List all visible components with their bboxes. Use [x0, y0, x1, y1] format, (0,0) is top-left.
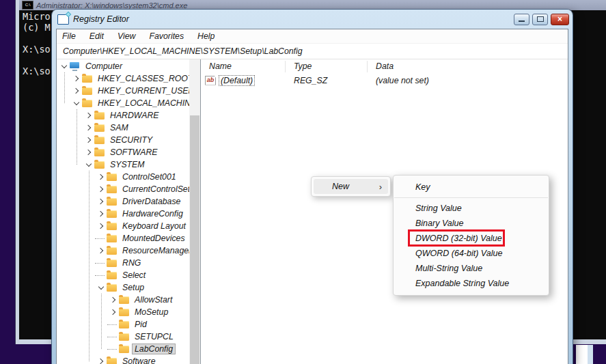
submenu-item-expandable-string-value[interactable]: Expandable String Value	[394, 276, 549, 291]
tree-item-SOFTWARE[interactable]: SOFTWARE	[57, 146, 189, 158]
tree-item-HKEY_CURRENT_USER[interactable]: HKEY_CURRENT_USER	[57, 85, 189, 97]
tree-item-HARDWARE[interactable]: HARDWARE	[57, 109, 189, 122]
folder-icon	[107, 272, 117, 279]
menu-view[interactable]: View	[113, 31, 139, 41]
tree-item-HKEY_LOCAL_MACHINE[interactable]: HKEY_LOCAL_MACHINE	[57, 97, 189, 109]
menu-favorites[interactable]: Favorites	[145, 31, 188, 41]
chevron-right-icon[interactable]	[84, 123, 94, 132]
tree-label: SETUPCL	[133, 332, 176, 341]
tree-item-Computer[interactable]: Computer	[57, 60, 189, 72]
chevron-right-icon[interactable]	[84, 111, 94, 120]
folder-icon	[119, 321, 129, 328]
submenu-item-binary-value[interactable]: Binary Value	[394, 216, 549, 231]
registry-icon	[57, 14, 69, 25]
submenu-item-qword-64-bit-value[interactable]: QWORD (64-bit) Value	[394, 246, 549, 261]
tree-label: MoSetup	[133, 307, 170, 317]
folder-icon	[107, 210, 117, 218]
address-bar[interactable]: Computer\HKEY_LOCAL_MACHINE\SYSTEM\Setup…	[57, 43, 568, 59]
submenu-item-multi-string-value[interactable]: Multi-String Value	[394, 261, 549, 276]
chevron-down-icon[interactable]	[96, 283, 106, 292]
chevron-right-icon[interactable]	[72, 86, 81, 96]
tree-item-SYSTEM[interactable]: SYSTEM	[57, 158, 189, 171]
chevron-right-icon[interactable]	[72, 74, 81, 83]
tree-item-CurrentControlSet[interactable]: CurrentControlSet	[57, 183, 189, 195]
column-header-data[interactable]: Data	[368, 61, 568, 72]
tree-label: LabConfig	[133, 344, 175, 354]
tree-item-MountedDevices[interactable]: MountedDevices	[57, 232, 189, 244]
tree-connector	[109, 344, 118, 354]
folder-icon	[107, 198, 117, 206]
chevron-right-icon[interactable]	[96, 356, 106, 364]
registry-titlebar[interactable]: Registry Editor ×	[52, 10, 573, 29]
tree-label: Select	[120, 270, 148, 280]
menu-help[interactable]: Help	[193, 31, 219, 41]
folder-icon	[94, 161, 105, 169]
chevron-right-icon[interactable]	[96, 197, 106, 206]
chevron-right-icon[interactable]	[84, 148, 94, 157]
submenu-item-string-value[interactable]: String Value	[394, 201, 549, 216]
list-header: NameTypeData	[201, 59, 568, 74]
tree-label: HKEY_CLASSES_ROOT	[96, 74, 189, 83]
value-row[interactable]: ab(Default)REG_SZ(value not set)	[201, 74, 568, 87]
tree-label: Pid	[133, 320, 149, 329]
tree-connector	[96, 234, 106, 243]
folder-icon	[107, 235, 117, 242]
tree-item-Setup[interactable]: Setup	[57, 281, 189, 294]
tree-item-HardwareConfig[interactable]: HardwareConfig	[57, 208, 189, 220]
minimize-button[interactable]	[514, 14, 529, 25]
tree-item-HKEY_CLASSES_ROOT[interactable]: HKEY_CLASSES_ROOT	[57, 72, 189, 85]
chevron-right-icon[interactable]	[96, 172, 106, 182]
chevron-right-icon[interactable]	[96, 221, 106, 231]
maximize-button[interactable]	[532, 14, 548, 25]
tree-item-AllowStart[interactable]: AllowStart	[57, 294, 189, 306]
tree-item-DriverDatabase[interactable]: DriverDatabase	[57, 195, 189, 208]
minimize-icon	[519, 20, 525, 22]
tree-label: HKEY_LOCAL_MACHINE	[96, 98, 189, 108]
close-button[interactable]: ×	[551, 14, 569, 25]
menu-edit[interactable]: Edit	[85, 31, 108, 41]
chevron-right-icon[interactable]	[84, 135, 94, 145]
tree-scrollbar[interactable]	[189, 59, 200, 364]
cmd-titlebar[interactable]: C:\ Administrator: X:\windows\system32\c…	[19, 0, 606, 10]
folder-icon	[107, 173, 117, 181]
tree-item-ControlSet001[interactable]: ControlSet001	[57, 171, 189, 183]
submenu-item-key[interactable]: Key	[394, 180, 549, 195]
list-rows: ab(Default)REG_SZ(value not set)	[201, 74, 568, 87]
chevron-right-icon[interactable]	[96, 246, 106, 255]
tree-item-SETUPCL[interactable]: SETUPCL	[57, 331, 189, 343]
column-header-name[interactable]: Name	[201, 61, 286, 72]
menu-separator	[394, 197, 548, 198]
string-value-ab-icon: ab	[205, 76, 216, 85]
chevron-down-icon[interactable]	[72, 98, 81, 108]
tree-item-Pid[interactable]: Pid	[57, 318, 189, 331]
folder-icon	[94, 137, 105, 144]
chevron-right-icon[interactable]	[109, 295, 118, 305]
tree-label: Computer	[83, 61, 124, 71]
tree-label: Keyboard Layout	[120, 221, 188, 231]
tree-item-ResourceManager[interactable]: ResourceManager	[57, 244, 189, 257]
tree-label: ControlSet001	[120, 172, 178, 182]
tree-item-SECURITY[interactable]: SECURITY	[57, 134, 189, 146]
tree-item-MoSetup[interactable]: MoSetup	[57, 306, 189, 318]
background-window-fragment-border	[588, 345, 593, 364]
folder-icon	[107, 260, 117, 267]
chevron-right-icon[interactable]	[96, 209, 106, 219]
tree-item-SAM[interactable]: SAM	[57, 122, 189, 134]
column-header-type[interactable]: Type	[286, 61, 368, 72]
chevron-right-icon[interactable]	[109, 307, 118, 317]
tree-item-Select[interactable]: Select	[57, 269, 189, 281]
menu-file[interactable]: File	[58, 31, 80, 41]
tree-label: ResourceManager	[120, 246, 189, 255]
scrollbar-thumb[interactable]	[190, 115, 199, 364]
maximize-icon	[537, 16, 544, 22]
chevron-down-icon[interactable]	[84, 160, 94, 169]
cmd-terminal-icon: C:\	[22, 1, 33, 10]
tree-item-Keyboard Layout[interactable]: Keyboard Layout	[57, 220, 189, 232]
context-menu-item-new[interactable]: New ›	[314, 179, 388, 194]
chevron-right-icon[interactable]	[96, 184, 106, 194]
tree-item-Software[interactable]: Software	[57, 355, 189, 364]
tree-item-LabConfig[interactable]: LabConfig	[57, 343, 189, 355]
background-window-fragment	[576, 345, 588, 364]
tree-item-RNG[interactable]: RNG	[57, 257, 189, 269]
chevron-down-icon[interactable]	[59, 61, 69, 71]
